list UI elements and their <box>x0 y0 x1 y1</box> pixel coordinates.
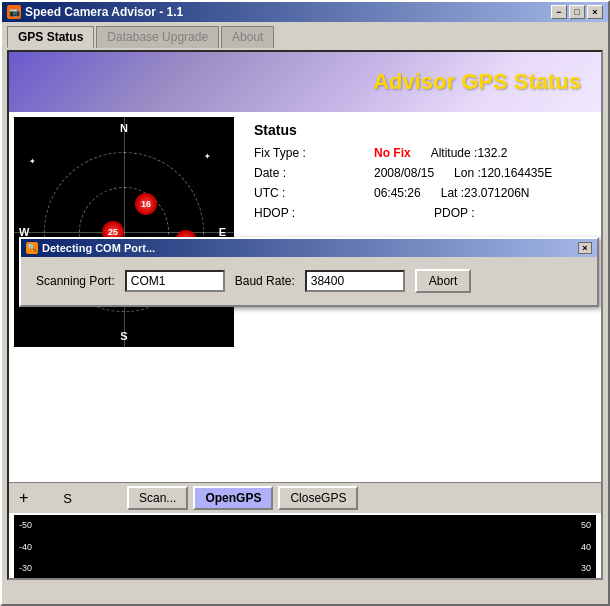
dialog-titlebar-left: 🔍 Detecting COM Port... <box>26 242 155 254</box>
chart-inner: -50 -40 -30 -20 -10 50 40 30 20 10 <box>14 515 596 580</box>
hdop-label: HDOP : <box>254 206 374 220</box>
abort-button[interactable]: Abort <box>415 269 472 293</box>
bottom-controls: + S Scan... OpenGPS CloseGPS <box>9 482 601 513</box>
status-row-utc: UTC : 06:45:26 Lat : 23.071206N <box>254 186 586 200</box>
baud-rate-label: Baud Rate: <box>235 274 295 288</box>
y-axis-left: -50 -40 -30 -20 -10 <box>19 520 32 580</box>
compass-north: N <box>120 122 128 134</box>
plus-label: + <box>19 489 28 507</box>
dialog-body: Scanning Port: Baud Rate: Abort <box>21 257 597 305</box>
tab-about[interactable]: About <box>221 26 274 48</box>
pdop-label: PDOP : <box>434 206 474 220</box>
header-banner: Advisor GPS Status <box>9 52 601 112</box>
open-gps-button[interactable]: OpenGPS <box>193 486 273 510</box>
bars-container <box>54 520 566 580</box>
dialog-icon: 🔍 <box>26 242 38 254</box>
lat-value: 23.071206N <box>464 186 529 200</box>
lon-value: 120.164435E <box>481 166 552 180</box>
dialog-close-button[interactable]: × <box>578 242 592 254</box>
star-decoration: ✦ <box>204 152 211 161</box>
compass-south: S <box>120 330 127 342</box>
dialog-box: 🔍 Detecting COM Port... × Scanning Port:… <box>19 237 599 307</box>
maximize-button[interactable]: □ <box>569 5 585 19</box>
altitude-label: Altitude : <box>431 146 478 160</box>
chart-area: -50 -40 -30 -20 -10 50 40 30 20 10 <box>14 515 596 580</box>
close-gps-button[interactable]: CloseGPS <box>278 486 358 510</box>
star-decoration: ✦ <box>29 157 36 166</box>
scanning-port-input[interactable] <box>125 270 225 292</box>
app-icon: 📷 <box>7 5 21 19</box>
titlebar: 📷 Speed Camera Advisor - 1.1 − □ × <box>2 2 608 22</box>
header-title-suffix: GPS Status <box>461 69 581 94</box>
titlebar-left: 📷 Speed Camera Advisor - 1.1 <box>7 5 183 19</box>
main-window: 📷 Speed Camera Advisor - 1.1 − □ × GPS S… <box>0 0 610 606</box>
titlebar-buttons: − □ × <box>551 5 603 19</box>
date-value: 2008/08/15 <box>374 166 434 180</box>
status-title: Status <box>254 122 586 138</box>
tab-gps-status[interactable]: GPS Status <box>7 26 94 48</box>
fix-type-label: Fix Type : <box>254 146 374 160</box>
baud-rate-input[interactable] <box>305 270 405 292</box>
scanning-port-label: Scanning Port: <box>36 274 115 288</box>
dialog-title: Detecting COM Port... <box>42 242 155 254</box>
header-title-prefix: Advisor <box>373 69 461 94</box>
close-button[interactable]: × <box>587 5 603 19</box>
scan-button[interactable]: Scan... <box>127 486 188 510</box>
satellite-dot-16: 16 <box>135 193 157 215</box>
window-title: Speed Camera Advisor - 1.1 <box>25 5 183 19</box>
main-content: Advisor GPS Status ✦ ✦ ✦ ✦ N S E W <box>7 50 603 580</box>
lat-label: Lat : <box>441 186 464 200</box>
tab-bar: GPS Status Database Upgrade About <box>2 22 608 48</box>
date-label: Date : <box>254 166 374 180</box>
status-row-hdop: HDOP : PDOP : <box>254 206 586 220</box>
detecting-com-dialog: 🔍 Detecting COM Port... × Scanning Port:… <box>19 237 599 307</box>
status-row-date: Date : 2008/08/15 Lon : 120.164435E <box>254 166 586 180</box>
tab-database-upgrade[interactable]: Database Upgrade <box>96 26 219 48</box>
minimize-button[interactable]: − <box>551 5 567 19</box>
utc-value: 06:45:26 <box>374 186 421 200</box>
s-label: S <box>63 491 72 506</box>
y-axis-right: 50 40 30 20 10 <box>581 520 591 580</box>
dialog-titlebar: 🔍 Detecting COM Port... × <box>21 239 597 257</box>
satellite-view: ✦ ✦ ✦ ✦ N S E W 25 16 23 06 19 21 <box>14 117 234 347</box>
status-row-fix: Fix Type : No Fix Altitude : 132.2 <box>254 146 586 160</box>
lon-label: Lon : <box>454 166 481 180</box>
altitude-value: 132.2 <box>477 146 507 160</box>
fix-type-value: No Fix <box>374 146 411 160</box>
header-title: Advisor GPS Status <box>373 69 581 95</box>
utc-label: UTC : <box>254 186 374 200</box>
